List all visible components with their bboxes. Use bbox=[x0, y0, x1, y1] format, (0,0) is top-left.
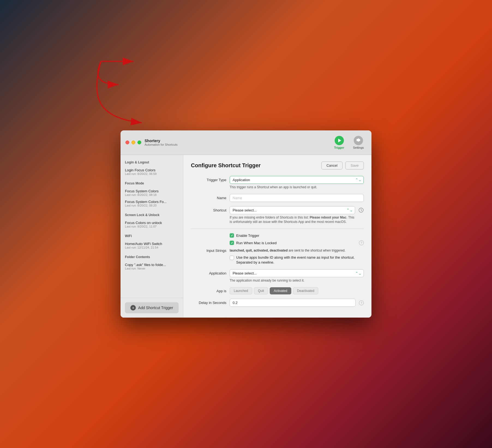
name-row: Name bbox=[191, 194, 364, 202]
sidebar-section-header-wifi: WiFi bbox=[121, 233, 183, 239]
trigger-type-select[interactable]: Application bbox=[230, 176, 364, 184]
sidebar-item-copy-ask[interactable]: Copy ".ask" files to folde... Last run: … bbox=[121, 261, 183, 272]
sidebar-section-header-focus: Focus Mode bbox=[121, 180, 183, 186]
shortcut-label: Shortcut bbox=[191, 206, 226, 212]
sidebar-section-focus: Focus Mode Focus System Colors Last run:… bbox=[121, 180, 183, 209]
trigger-toolbar-button[interactable]: Trigger bbox=[331, 134, 347, 151]
sidebar-section-screen: Screen Lock & Unlock Focus Colors on unl… bbox=[121, 212, 183, 230]
app-name: Shortery bbox=[145, 139, 178, 143]
application-select-wrapper: Please select... ⌃⌄ bbox=[230, 269, 364, 277]
settings-toolbar-button[interactable]: Settings bbox=[350, 134, 367, 151]
name-input[interactable] bbox=[230, 194, 364, 202]
shortcut-history-icon[interactable] bbox=[358, 206, 364, 213]
sidebar-item-name: Focus System Colors Fo... bbox=[125, 200, 179, 204]
trigger-type-label: Trigger Type bbox=[191, 176, 226, 182]
title-bar-left: Shortery Automation for Shortcuts bbox=[125, 139, 178, 146]
input-strings-keywords: launched, quit, activated, deactivated bbox=[230, 249, 288, 252]
plus-icon: + bbox=[130, 305, 136, 310]
app-title: Shortery Automation for Shortcuts bbox=[145, 139, 178, 146]
enable-trigger-row: ✓ Enable Trigger bbox=[191, 233, 364, 238]
sidebar-footer: + Add Shortcut Trigger bbox=[121, 298, 183, 318]
main-layout: Login & Logout Login Focus Colors Last r… bbox=[121, 155, 371, 318]
sidebar-item-name: Login Focus Colors bbox=[125, 168, 179, 172]
shortcut-select[interactable]: Please select... bbox=[230, 206, 355, 214]
trigger-type-row: Trigger Type Application ⌃⌄ This trigger… bbox=[191, 176, 364, 190]
svg-marker-0 bbox=[338, 139, 341, 142]
content-panel: Configure Shortcut Trigger Cancel Save T… bbox=[183, 155, 371, 318]
delay-help-icon[interactable]: ? bbox=[359, 300, 364, 305]
app-is-deactivated[interactable]: Deactivated bbox=[293, 287, 318, 294]
sidebar-section-folder: Folder Contents Copy ".ask" files to fol… bbox=[121, 254, 183, 272]
trigger-type-control: Application ⌃⌄ This trigger runs a Short… bbox=[230, 176, 364, 190]
panel-header: Configure Shortcut Trigger Cancel Save bbox=[191, 162, 364, 169]
sidebar: Login & Logout Login Focus Colors Last r… bbox=[121, 155, 183, 318]
divider-1 bbox=[191, 229, 364, 229]
trigger-label: Trigger bbox=[334, 146, 344, 149]
settings-icon bbox=[354, 136, 363, 145]
checkmark-icon: ✓ bbox=[231, 241, 233, 245]
input-strings-text: launched, quit, activated, deactivated a… bbox=[230, 248, 364, 253]
app-is-row: App is Launched Quit Activated Deactivat… bbox=[191, 287, 364, 294]
delay-label: Delay in Seconds bbox=[191, 301, 226, 305]
enable-trigger-label: Enable Trigger bbox=[236, 234, 259, 238]
input-strings-label: Input Strings bbox=[191, 248, 226, 253]
header-buttons: Cancel Save bbox=[321, 162, 364, 169]
application-row: Application Please select... ⌃⌄ The appl… bbox=[191, 269, 364, 283]
sidebar-item-focus-system[interactable]: Focus System Colors Last run: 8/20/22, 0… bbox=[121, 187, 183, 198]
sidebar-item-meta: Last run: Never bbox=[125, 267, 179, 270]
application-label: Application bbox=[191, 269, 226, 275]
application-helper: The application must already be running … bbox=[230, 278, 364, 283]
cancel-button[interactable]: Cancel bbox=[321, 162, 343, 169]
trigger-type-select-wrapper: Application ⌃⌄ bbox=[230, 176, 364, 184]
trigger-icon bbox=[335, 136, 344, 145]
bundle-id-checkbox[interactable] bbox=[230, 256, 234, 260]
delay-row: Delay in Seconds ? bbox=[191, 299, 364, 307]
application-control: Please select... ⌃⌄ The application must… bbox=[230, 269, 364, 283]
close-button[interactable] bbox=[125, 141, 129, 144]
name-label: Name bbox=[191, 194, 226, 200]
run-locked-help-icon[interactable]: ? bbox=[359, 240, 364, 245]
sidebar-item-name: Focus System Colors bbox=[125, 189, 179, 193]
sidebar-item-name: Focus Colors on unlock bbox=[125, 221, 179, 225]
traffic-lights bbox=[125, 141, 141, 144]
trigger-type-helper: This trigger runs a Shortcut when an app… bbox=[230, 185, 364, 190]
sidebar-section-header-login: Login & Logout bbox=[121, 159, 183, 165]
delay-input[interactable] bbox=[230, 299, 356, 307]
maximize-button[interactable] bbox=[137, 141, 141, 144]
input-strings-row: Input Strings launched, quit, activated,… bbox=[191, 248, 364, 253]
sidebar-item-focus-fo[interactable]: Focus System Colors Fo... Last run: 8/20… bbox=[121, 198, 183, 209]
save-button[interactable]: Save bbox=[345, 162, 364, 169]
sidebar-section-wifi: WiFi Home/Auto WiFi Switch Last run: 12/… bbox=[121, 233, 183, 251]
input-strings-suffix: are sent to the shortcut when triggered. bbox=[288, 249, 346, 252]
sidebar-item-name: Copy ".ask" files to folde... bbox=[125, 263, 179, 267]
add-trigger-label: Add Shortcut Trigger bbox=[138, 306, 173, 310]
bundle-id-row: Use the apps bundle ID along with the ev… bbox=[191, 255, 364, 265]
shortcut-helper: If you are missing entire folders of Sho… bbox=[230, 215, 355, 225]
enable-trigger-checkbox[interactable]: ✓ bbox=[230, 233, 234, 238]
input-strings-content: launched, quit, activated, deactivated a… bbox=[230, 248, 364, 253]
sidebar-item-meta: Last run: 8/20/22, 11:07 bbox=[125, 225, 179, 228]
sidebar-item-meta: Last run: 8/20/22, 08:20 bbox=[125, 204, 179, 207]
sidebar-item-name: Home/Auto WiFi Switch bbox=[125, 242, 179, 246]
add-trigger-button[interactable]: + Add Shortcut Trigger bbox=[125, 302, 179, 313]
app-is-quit[interactable]: Quit bbox=[254, 287, 268, 294]
application-select[interactable]: Please select... bbox=[230, 269, 364, 277]
run-locked-label: Run When Mac is Locked bbox=[236, 241, 277, 245]
sidebar-section-header-screen: Screen Lock & Unlock bbox=[121, 212, 183, 218]
sidebar-item-meta: Last run: 8/20/22, 08:18 bbox=[125, 193, 179, 196]
run-locked-checkbox[interactable]: ✓ bbox=[230, 241, 234, 245]
shortcut-control: Please select... ⌃⌄ If you are missing e… bbox=[230, 206, 355, 225]
sidebar-section-login: Login & Logout Login Focus Colors Last r… bbox=[121, 159, 183, 177]
bundle-id-label: Use the apps bundle ID along with the ev… bbox=[236, 255, 364, 265]
app-is-activated[interactable]: Activated bbox=[270, 287, 291, 294]
app-is-launched[interactable]: Launched bbox=[230, 287, 252, 294]
title-bar: Shortery Automation for Shortcuts Trigge… bbox=[121, 130, 371, 155]
checkmark-icon: ✓ bbox=[231, 234, 233, 237]
sidebar-item-login-focus[interactable]: Login Focus Colors Last run: 8/20/22, 06… bbox=[121, 166, 183, 177]
title-bar-right: Trigger Settings bbox=[331, 134, 367, 151]
name-control bbox=[230, 194, 364, 202]
sidebar-item-focus-unlock[interactable]: Focus Colors on unlock Last run: 8/20/22… bbox=[121, 219, 183, 230]
minimize-button[interactable] bbox=[131, 141, 135, 144]
app-is-buttons: Launched Quit Activated Deactivated bbox=[230, 287, 318, 294]
sidebar-item-wifi[interactable]: Home/Auto WiFi Switch Last run: 12/11/24… bbox=[121, 240, 183, 251]
